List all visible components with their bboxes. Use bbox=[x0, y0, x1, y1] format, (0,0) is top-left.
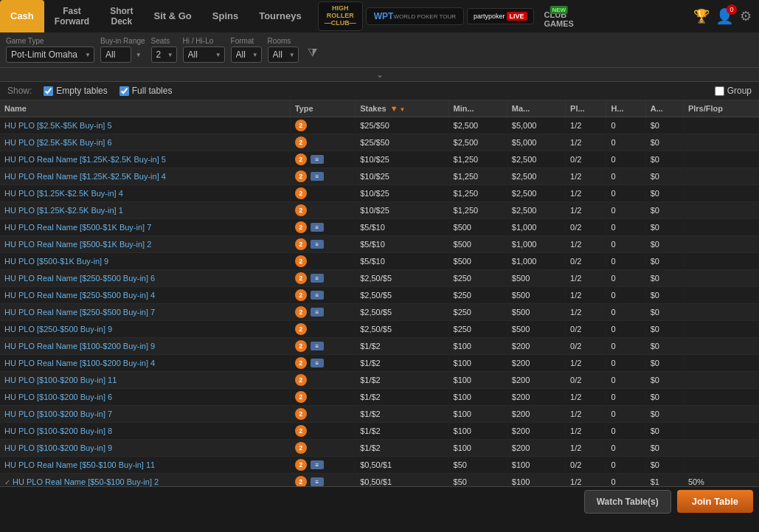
join-table-button[interactable]: Join Table bbox=[677, 490, 753, 513]
row-name-link[interactable]: HU PLO Real Name [$500-$1K Buy-in] 7 bbox=[4, 223, 151, 232]
group-checkbox[interactable] bbox=[715, 86, 724, 96]
buy-in-select[interactable]: All bbox=[100, 46, 131, 63]
th-players[interactable]: Pl... bbox=[566, 100, 606, 117]
cell-name: HU PLO Real Name [$50-$100 Buy-in] 11 bbox=[0, 457, 290, 474]
th-avg[interactable]: A... bbox=[645, 100, 683, 117]
cell-max: $500 bbox=[507, 304, 565, 321]
watch-table-button[interactable]: Watch Table(s) bbox=[584, 490, 671, 514]
table-row[interactable]: HU PLO Real Name [$100-$200 Buy-in] 4 2 … bbox=[0, 355, 759, 372]
row-name-link[interactable]: HU PLO Real Name [$50-$100 Buy-in] 11 bbox=[4, 460, 155, 469]
table-row[interactable]: HU PLO [$100-$200 Buy-in] 7 2 $1/$2 $100… bbox=[0, 406, 759, 423]
partypoker-logo[interactable]: partypoker LIVE bbox=[467, 8, 534, 24]
tab-cash[interactable]: Cash bbox=[0, 0, 44, 32]
row-name-link[interactable]: HU PLO Real Name [$500-$1K Buy-in] 2 bbox=[4, 240, 151, 249]
wpt-logo[interactable]: WPT WORLD POKER TOUR bbox=[366, 7, 464, 25]
table-row[interactable]: HU PLO Real Name [$100-$200 Buy-in] 9 2 … bbox=[0, 338, 759, 355]
table-row[interactable]: HU PLO [$250-$500 Buy-in] 9 2 $2,50/$5 $… bbox=[0, 321, 759, 338]
row-name-link[interactable]: HU PLO Real Name [$1.25K-$2.5K Buy-in] 4 bbox=[4, 172, 166, 181]
table-row[interactable]: HU PLO Real Name [$50-$100 Buy-in] 11 2 … bbox=[0, 457, 759, 474]
cell-stakes: $10/$25 bbox=[356, 168, 448, 185]
row-name-link[interactable]: HU PLO [$2.5K-$5K Buy-in] 6 bbox=[4, 138, 112, 147]
table-row[interactable]: HU PLO Real Name [$250-$500 Buy-in] 7 2 … bbox=[0, 304, 759, 321]
users-icon[interactable]: 👤 0 bbox=[715, 7, 734, 25]
cell-hands: 0 bbox=[606, 474, 645, 487]
row-name-link[interactable]: HU PLO [$100-$200 Buy-in] 7 bbox=[4, 410, 112, 418]
tab-spins[interactable]: Spins bbox=[202, 0, 249, 32]
row-name-link[interactable]: HU PLO [$100-$200 Buy-in] 6 bbox=[4, 393, 112, 401]
tab-sit-go[interactable]: Sit & Go bbox=[143, 0, 201, 32]
cell-hands: 0 bbox=[606, 287, 645, 304]
tab-fast-forward[interactable]: Fast Forward bbox=[44, 0, 100, 32]
settings-icon[interactable]: ⚙ bbox=[740, 8, 752, 24]
th-type[interactable]: Type bbox=[290, 100, 355, 117]
cell-name: HU PLO Real Name [$500-$1K Buy-in] 7 bbox=[0, 219, 290, 236]
game-type-select[interactable]: Pot-Limit Omaha No-Limit Hold'em bbox=[6, 46, 94, 63]
th-hands[interactable]: H... bbox=[606, 100, 645, 117]
th-name[interactable]: Name bbox=[0, 100, 290, 117]
tab-club-games[interactable]: NEW CLUBGAMES bbox=[537, 4, 581, 28]
row-name-link[interactable]: HU PLO Real Name [$50-$100 Buy-in] 2 bbox=[13, 477, 159, 486]
row-name-link[interactable]: HU PLO [$250-$500 Buy-in] 9 bbox=[4, 325, 112, 334]
cell-min: $250 bbox=[448, 270, 507, 287]
table-row[interactable]: HU PLO [$100-$200 Buy-in] 6 2 $1/$2 $100… bbox=[0, 389, 759, 406]
row-name-link[interactable]: HU PLO Real Name [$1.25K-$2.5K Buy-in] 5 bbox=[4, 155, 166, 164]
table-row[interactable]: ✓ HU PLO Real Name [$50-$100 Buy-in] 2 2… bbox=[0, 474, 759, 487]
empty-tables-checkbox-group[interactable]: Empty tables bbox=[44, 86, 107, 96]
wpt-logo-text: WPT bbox=[374, 11, 394, 21]
table-row[interactable]: HU PLO Real Name [$1.25K-$2.5K Buy-in] 5… bbox=[0, 151, 759, 168]
table-row[interactable]: HU PLO [$1.25K-$2.5K Buy-in] 1 2 $10/$25… bbox=[0, 202, 759, 219]
row-name-link[interactable]: HU PLO [$100-$200 Buy-in] 11 bbox=[4, 376, 117, 384]
table-row[interactable]: HU PLO [$100-$200 Buy-in] 9 2 $1/$2 $100… bbox=[0, 440, 759, 457]
format-select[interactable]: All bbox=[231, 46, 262, 63]
expand-filters-button[interactable]: ⌄ bbox=[376, 69, 384, 80]
seats-select[interactable]: 23469 bbox=[151, 46, 177, 63]
table-row[interactable]: HU PLO [$2.5K-$5K Buy-in] 5 2 $25/$50 $2… bbox=[0, 117, 759, 134]
tab-tourneys[interactable]: Tourneys bbox=[249, 0, 312, 32]
full-tables-checkbox-group[interactable]: Full tables bbox=[119, 86, 173, 96]
table-row[interactable]: HU PLO Real Name [$500-$1K Buy-in] 2 2 ≡… bbox=[0, 236, 759, 253]
row-name-link[interactable]: HU PLO [$100-$200 Buy-in] 8 bbox=[4, 426, 112, 435]
cell-min: $1,250 bbox=[448, 202, 507, 219]
th-min[interactable]: Min... bbox=[448, 100, 507, 117]
th-plrs-flop[interactable]: Plrs/Flop bbox=[683, 100, 758, 117]
row-name-link[interactable]: HU PLO [$500-$1K Buy-in] 9 bbox=[4, 257, 108, 266]
table-row[interactable]: HU PLO Real Name [$500-$1K Buy-in] 7 2 ≡… bbox=[0, 219, 759, 236]
type-extra-icon: ≡ bbox=[311, 274, 324, 283]
hi-hilo-select[interactable]: AllHiHi-Lo bbox=[183, 46, 225, 63]
cell-max: $500 bbox=[507, 270, 565, 287]
th-stakes[interactable]: Stakes ▼ bbox=[356, 100, 448, 117]
row-name-link[interactable]: HU PLO [$1.25K-$2.5K Buy-in] 1 bbox=[4, 206, 123, 215]
type-icon: 2 bbox=[295, 120, 307, 131]
table-row[interactable]: HU PLO Real Name [$250-$500 Buy-in] 4 2 … bbox=[0, 287, 759, 304]
row-name-link[interactable]: HU PLO [$2.5K-$5K Buy-in] 5 bbox=[4, 121, 112, 130]
row-name-link[interactable]: HU PLO [$100-$200 Buy-in] 9 bbox=[4, 443, 112, 452]
filter-options-icon[interactable]: ⧩ bbox=[308, 46, 317, 60]
row-name-link[interactable]: HU PLO Real Name [$100-$200 Buy-in] 9 bbox=[4, 342, 155, 350]
table-row[interactable]: HU PLO [$500-$1K Buy-in] 9 2 $5/$10 $500… bbox=[0, 253, 759, 270]
table-row[interactable]: HU PLO [$1.25K-$2.5K Buy-in] 4 2 $10/$25… bbox=[0, 185, 759, 202]
table-row[interactable]: HU PLO Real Name [$1.25K-$2.5K Buy-in] 4… bbox=[0, 168, 759, 185]
hrc-logo[interactable]: HIGHROLLER—CLUB— bbox=[318, 1, 363, 31]
table-row[interactable]: HU PLO [$100-$200 Buy-in] 11 2 $1/$2 $10… bbox=[0, 372, 759, 389]
table-row[interactable]: HU PLO [$100-$200 Buy-in] 8 2 $1/$2 $100… bbox=[0, 423, 759, 440]
cell-max: $2,500 bbox=[507, 151, 565, 168]
row-name-link[interactable]: HU PLO Real Name [$100-$200 Buy-in] 4 bbox=[4, 359, 155, 367]
trophy-icon[interactable]: 🏆 bbox=[693, 8, 710, 24]
th-max[interactable]: Ma... bbox=[507, 100, 565, 117]
type-icon: 2 bbox=[295, 408, 307, 420]
tab-short-deck[interactable]: Short Deck bbox=[100, 0, 143, 32]
filter-bar: Game Type Pot-Limit Omaha No-Limit Hold'… bbox=[0, 32, 759, 68]
empty-tables-checkbox[interactable] bbox=[44, 86, 53, 96]
table-row[interactable]: HU PLO [$2.5K-$5K Buy-in] 6 2 $25/$50 $2… bbox=[0, 134, 759, 151]
user-badge-count: 0 bbox=[727, 4, 737, 15]
table-row[interactable]: HU PLO Real Name [$250-$500 Buy-in] 6 2 … bbox=[0, 270, 759, 287]
game-type-label: Game Type bbox=[6, 37, 94, 45]
row-name-link[interactable]: HU PLO Real Name [$250-$500 Buy-in] 7 bbox=[4, 308, 155, 317]
row-name-link[interactable]: HU PLO Real Name [$250-$500 Buy-in] 4 bbox=[4, 291, 155, 300]
rooms-select[interactable]: All bbox=[268, 46, 299, 63]
row-name-link[interactable]: HU PLO Real Name [$250-$500 Buy-in] 6 bbox=[4, 274, 155, 283]
row-name-link[interactable]: HU PLO [$1.25K-$2.5K Buy-in] 4 bbox=[4, 189, 123, 198]
full-tables-checkbox[interactable] bbox=[119, 86, 129, 96]
cell-plrs-flop bbox=[683, 423, 758, 440]
cell-type: 2 ≡ bbox=[290, 236, 355, 253]
